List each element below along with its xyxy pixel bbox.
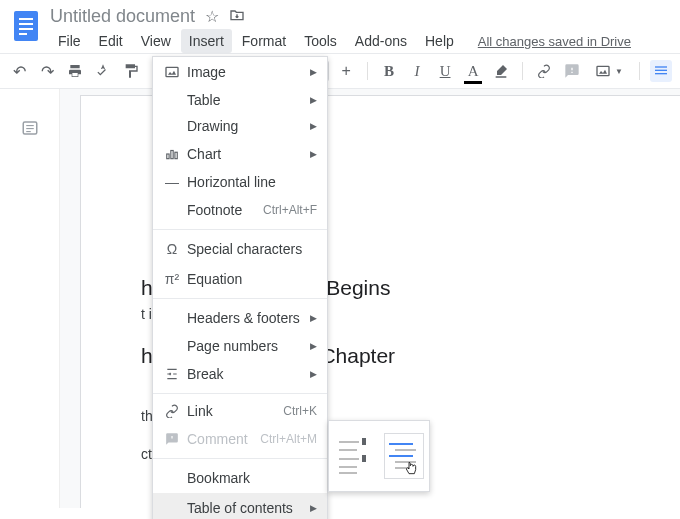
- menu-item-headers-footers[interactable]: Headers & footers▶: [153, 303, 327, 333]
- insert-link-button[interactable]: [533, 60, 555, 82]
- horizontal-line-icon: —: [161, 174, 183, 190]
- font-size-inc[interactable]: +: [335, 60, 357, 82]
- insert-image-button[interactable]: ▼: [589, 60, 629, 82]
- svg-rect-1: [19, 18, 33, 20]
- insert-comment-button[interactable]: [561, 60, 583, 82]
- toc-option-with-page-numbers[interactable]: [334, 433, 374, 479]
- svg-rect-10: [26, 125, 34, 126]
- menu-addons[interactable]: Add-ons: [347, 29, 415, 53]
- menu-item-bookmark[interactable]: Bookmark: [153, 463, 327, 493]
- menu-item-table-of-contents[interactable]: Table of contents▶: [153, 493, 327, 519]
- highlight-button[interactable]: [490, 60, 512, 82]
- app-header: Untitled document ☆ File Edit View Inser…: [0, 0, 680, 53]
- menu-help[interactable]: Help: [417, 29, 462, 53]
- outline-icon[interactable]: [21, 119, 39, 137]
- svg-rect-4: [19, 33, 27, 35]
- undo-button[interactable]: ↶: [8, 60, 30, 82]
- menu-tools[interactable]: Tools: [296, 29, 345, 53]
- menu-edit[interactable]: Edit: [91, 29, 131, 53]
- print-button[interactable]: [64, 60, 86, 82]
- pi-icon: π²: [161, 271, 183, 287]
- menu-item-chart[interactable]: Chart▶: [153, 139, 327, 169]
- menu-item-break[interactable]: Break▶: [153, 359, 327, 389]
- menu-bar: File Edit View Insert Format Tools Add-o…: [50, 29, 631, 53]
- spellcheck-button[interactable]: [92, 60, 114, 82]
- svg-rect-3: [19, 28, 33, 30]
- menu-item-footnote[interactable]: FootnoteCtrl+Alt+F: [153, 195, 327, 225]
- chart-icon: [161, 147, 183, 161]
- insert-menu-dropdown: Image▶ Table▶ Drawing▶ Chart▶ —Horizonta…: [152, 56, 328, 519]
- menu-item-comment: CommentCtrl+Alt+M: [153, 424, 327, 454]
- text-color-button[interactable]: A: [462, 60, 484, 82]
- break-icon: [161, 367, 183, 381]
- menu-insert[interactable]: Insert: [181, 29, 232, 53]
- paint-format-button[interactable]: [120, 60, 142, 82]
- omega-icon: Ω: [161, 241, 183, 257]
- svg-rect-0: [14, 11, 38, 41]
- menu-file[interactable]: File: [50, 29, 89, 53]
- menu-item-horizontal-line[interactable]: —Horizontal line: [153, 169, 327, 195]
- link-icon: [161, 404, 183, 418]
- docs-logo-icon: [8, 8, 44, 44]
- menu-item-drawing[interactable]: Drawing▶: [153, 113, 327, 139]
- italic-button[interactable]: I: [406, 60, 428, 82]
- redo-button[interactable]: ↷: [36, 60, 58, 82]
- svg-rect-6: [655, 66, 667, 67]
- underline-button[interactable]: U: [434, 60, 456, 82]
- move-to-folder-icon[interactable]: [229, 7, 245, 27]
- doc-title[interactable]: Untitled document: [50, 6, 195, 27]
- menu-format[interactable]: Format: [234, 29, 294, 53]
- comment-icon: [161, 432, 183, 446]
- svg-rect-13: [166, 67, 178, 76]
- svg-rect-14: [167, 154, 169, 159]
- menu-item-link[interactable]: LinkCtrl+K: [153, 398, 327, 424]
- menu-item-image[interactable]: Image▶: [153, 57, 327, 87]
- align-button[interactable]: [650, 60, 672, 82]
- toc-submenu: [328, 420, 430, 492]
- svg-rect-2: [19, 23, 33, 25]
- star-icon[interactable]: ☆: [205, 7, 219, 26]
- bold-button[interactable]: B: [378, 60, 400, 82]
- header-center: Untitled document ☆ File Edit View Inser…: [50, 6, 631, 53]
- menu-item-table[interactable]: Table▶: [153, 87, 327, 113]
- menu-item-page-numbers[interactable]: Page numbers▶: [153, 333, 327, 359]
- toolbar: ↶ ↷ − 16 + B I U A ▼: [0, 53, 680, 89]
- svg-rect-7: [655, 70, 667, 71]
- outline-gutter: [0, 89, 60, 508]
- svg-rect-15: [171, 151, 173, 159]
- save-status[interactable]: All changes saved in Drive: [478, 34, 631, 49]
- cursor-pointer-icon: [403, 460, 419, 478]
- menu-item-special-characters[interactable]: ΩSpecial characters: [153, 234, 327, 264]
- svg-rect-12: [26, 131, 31, 132]
- svg-rect-8: [655, 73, 667, 74]
- svg-rect-16: [175, 152, 177, 158]
- menu-view[interactable]: View: [133, 29, 179, 53]
- svg-rect-5: [597, 66, 609, 75]
- image-icon: [161, 64, 183, 80]
- menu-item-equation[interactable]: π²Equation: [153, 264, 327, 294]
- toc-option-with-blue-links[interactable]: [384, 433, 424, 479]
- svg-rect-11: [26, 128, 34, 129]
